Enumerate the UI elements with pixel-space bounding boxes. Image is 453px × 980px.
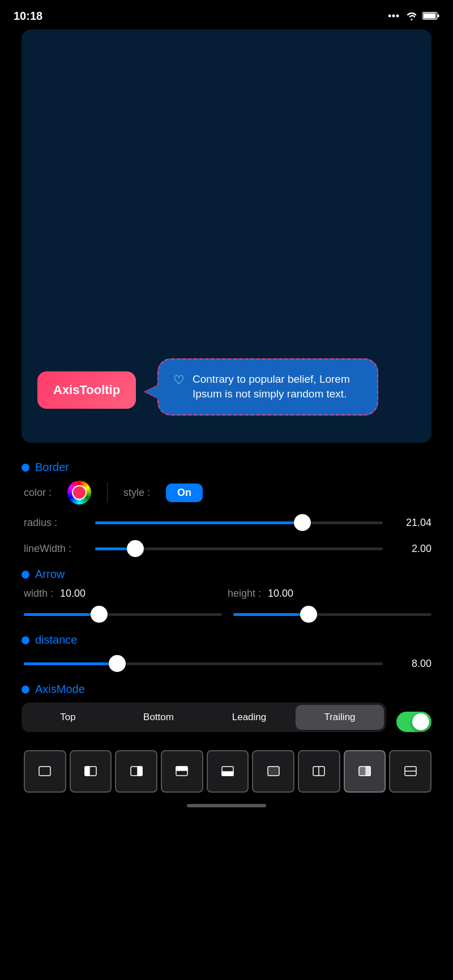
arrow-width-value: 10.00	[60, 588, 86, 600]
svg-point-1	[392, 15, 395, 18]
svg-rect-14	[222, 772, 233, 776]
arrow-width-track	[24, 613, 222, 616]
icon-cell-8[interactable]	[389, 750, 431, 793]
axismode-dot	[22, 686, 29, 694]
axismode-toggle[interactable]	[396, 712, 431, 732]
axismode-buttons: Top Bottom Leading Trailing	[22, 703, 386, 732]
arrow-height-value: 10.00	[268, 588, 293, 600]
radius-value: 21.04	[392, 517, 431, 529]
border-section-header: Border	[22, 461, 431, 474]
border-title: Border	[35, 461, 69, 474]
color-wheel[interactable]	[67, 481, 91, 504]
color-wheel-inner	[72, 485, 87, 500]
arrow-width-label: width :	[24, 588, 53, 600]
status-time: 10:18	[14, 10, 42, 23]
arrow-width-thumb[interactable]	[91, 606, 108, 623]
linewidth-row: lineWidth : 2.00	[22, 538, 431, 559]
linewidth-track	[95, 547, 383, 550]
axismode-top[interactable]: Top	[24, 705, 112, 730]
arrow-height-label: height :	[228, 588, 261, 600]
icon-cell-4[interactable]	[207, 750, 249, 793]
toggle-knob	[412, 713, 429, 730]
linewidth-thumb[interactable]	[127, 540, 144, 557]
distance-value: 8.00	[392, 658, 431, 670]
style-toggle[interactable]: On	[166, 483, 203, 502]
axismode-control-row: Top Bottom Leading Trailing	[22, 703, 431, 741]
home-indicator	[187, 804, 266, 807]
svg-rect-5	[438, 15, 439, 18]
linewidth-value: 2.00	[392, 543, 431, 555]
svg-point-2	[396, 15, 399, 18]
controls: Border color : style : On radius : 21.04…	[0, 443, 453, 793]
axis-tooltip-button[interactable]: AxisTooltip	[37, 371, 136, 409]
arrow-height-fill	[233, 613, 309, 616]
status-icons	[388, 11, 439, 20]
distance-dot	[22, 636, 29, 644]
arrow-labels-row: width : 10.00 height : 10.00	[22, 588, 431, 600]
svg-rect-21	[366, 767, 370, 776]
svg-rect-10	[138, 767, 142, 776]
arrow-width-fill	[24, 613, 99, 616]
icon-cell-6[interactable]	[298, 750, 340, 793]
radius-thumb[interactable]	[294, 514, 311, 531]
arrow-height-label-group: height : 10.00	[228, 588, 431, 600]
distance-fill	[24, 662, 117, 665]
radius-track	[95, 521, 383, 524]
arrow-height-thumb[interactable]	[300, 606, 317, 623]
radius-slider-container[interactable]	[95, 512, 383, 533]
tooltip-text: Contrary to popular belief, Lorem Ipsum …	[193, 372, 362, 402]
linewidth-slider-container[interactable]	[95, 538, 383, 559]
distance-title: distance	[35, 634, 78, 647]
radius-fill	[95, 521, 302, 524]
arrow-sliders-row	[22, 604, 431, 624]
distance-track	[24, 662, 383, 665]
icon-cell-3[interactable]	[161, 750, 203, 793]
signal-dots-icon	[388, 12, 401, 20]
distance-section-header: distance	[22, 634, 431, 647]
tooltip-content: ♡ Contrary to popular belief, Lorem Ipsu…	[173, 372, 362, 402]
battery-icon	[422, 11, 439, 20]
distance-slider-row: 8.00	[22, 653, 431, 674]
icon-cell-7[interactable]	[344, 750, 386, 793]
icon-grid	[22, 750, 431, 793]
axismode-section-header: AxisMode	[22, 683, 431, 696]
preview-area: AxisTooltip ♡ Contrary to popular belief…	[22, 29, 431, 443]
svg-rect-6	[39, 767, 50, 776]
icon-cell-5[interactable]	[252, 750, 294, 793]
heart-icon: ♡	[173, 373, 185, 388]
axismode-bottom[interactable]: Bottom	[114, 705, 203, 730]
color-label: color :	[24, 487, 52, 499]
icon-cell-2[interactable]	[115, 750, 157, 793]
linewidth-label: lineWidth :	[24, 543, 86, 555]
distance-thumb[interactable]	[109, 655, 126, 672]
radius-row: radius : 21.04	[22, 512, 431, 533]
arrow-height-track	[233, 613, 431, 616]
radius-label: radius :	[24, 517, 86, 529]
axismode-trailing[interactable]: Trailing	[296, 705, 384, 730]
svg-rect-12	[176, 767, 187, 771]
arrow-title: Arrow	[35, 568, 65, 581]
axismode-title: AxisMode	[35, 683, 85, 696]
axismode-leading[interactable]: Leading	[205, 705, 293, 730]
arrow-width-slider[interactable]	[24, 604, 222, 624]
border-color-style-row: color : style : On	[22, 481, 431, 504]
divider	[107, 482, 108, 503]
arrow-section-header: Arrow	[22, 568, 431, 581]
svg-point-0	[388, 15, 391, 18]
wifi-icon	[405, 11, 418, 20]
tooltip-bubble: ♡ Contrary to popular belief, Lorem Ipsu…	[157, 358, 378, 416]
arrow-height-slider[interactable]	[233, 604, 431, 624]
status-bar: 10:18	[0, 0, 453, 29]
arrow-width-label-group: width : 10.00	[24, 588, 228, 600]
svg-rect-16	[268, 767, 279, 776]
svg-rect-4	[424, 14, 436, 19]
arrow-dot	[22, 571, 29, 579]
icon-cell-0[interactable]	[24, 750, 66, 793]
svg-rect-8	[85, 767, 89, 776]
distance-slider-container[interactable]	[24, 653, 383, 674]
border-dot	[22, 464, 29, 472]
style-label: style :	[123, 487, 150, 499]
icon-cell-1[interactable]	[70, 750, 112, 793]
